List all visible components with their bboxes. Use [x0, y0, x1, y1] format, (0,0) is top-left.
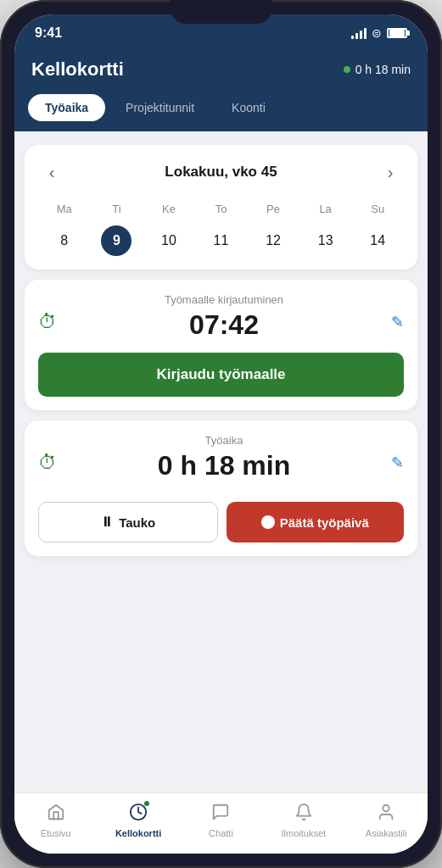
- app-title: Kellokortti: [31, 58, 124, 81]
- status-icons: ⊜: [351, 26, 407, 40]
- worksite-edit-icon[interactable]: ✎: [391, 313, 404, 331]
- wifi-icon: ⊜: [372, 26, 382, 40]
- cal-day-11[interactable]: 11: [195, 225, 248, 256]
- battery-icon: [387, 28, 407, 38]
- weekday-ti: Ti: [91, 199, 143, 219]
- bell-icon: [294, 803, 313, 826]
- status-time: 9:41: [35, 25, 62, 41]
- pause-label: Tauko: [119, 515, 155, 530]
- nav-kellokortti[interactable]: Kellokortti: [113, 803, 164, 838]
- calendar-title: Lokakuu, vko 45: [165, 164, 277, 181]
- tab-koonti[interactable]: Koonti: [215, 94, 283, 121]
- nav-etusivu[interactable]: Etusivu: [31, 803, 81, 838]
- nav-chatti[interactable]: Chatti: [195, 803, 246, 838]
- end-day-label: Päätä työpäivä: [280, 515, 369, 530]
- record-icon: [261, 515, 275, 529]
- bottom-nav: Etusivu Kellokortti Chatti Ilmoituks: [14, 793, 428, 854]
- cal-day-8[interactable]: 8: [38, 225, 91, 256]
- notch: [171, 0, 272, 24]
- signal-icon: [351, 28, 366, 39]
- worksite-clock-icon: ⏱: [38, 311, 57, 333]
- nav-ilmoitukset[interactable]: Ilmoitukset: [278, 803, 329, 838]
- weekday-ke: Ke: [143, 199, 195, 219]
- user-icon: [377, 803, 395, 826]
- weekday-pe: Pe: [247, 199, 299, 219]
- calendar-days: 8 9 10 11 12 13 14: [38, 225, 404, 256]
- home-icon: [47, 803, 65, 826]
- pause-button[interactable]: ⏸ Tauko: [38, 502, 218, 542]
- worksite-label: Työmaalle kirjautuminen: [57, 293, 391, 306]
- kellokortti-dot: [144, 801, 149, 806]
- calendar-prev-button[interactable]: ‹: [38, 159, 65, 186]
- tab-projektitunnit[interactable]: Projektitunnit: [109, 94, 211, 121]
- phone-screen: 9:41 ⊜ Kellokortti 0 h 18: [14, 14, 428, 854]
- cal-day-14[interactable]: 14: [351, 225, 404, 256]
- pause-icon: ⏸: [100, 515, 114, 530]
- nav-chatti-label: Chatti: [209, 828, 233, 838]
- tab-bar: Työaika Projektitunnit Koonti: [14, 94, 428, 131]
- worksite-card: ⏱ Työmaalle kirjautuminen 07:42 ✎ Kirjau…: [25, 280, 417, 410]
- cal-day-12[interactable]: 12: [247, 225, 299, 256]
- weekday-ma: Ma: [38, 199, 91, 219]
- worksite-time: 07:42: [57, 309, 391, 341]
- end-day-button[interactable]: Päätä työpäivä: [227, 502, 405, 542]
- worktime-edit-icon[interactable]: ✎: [391, 453, 404, 472]
- calendar-next-button[interactable]: ›: [377, 159, 404, 186]
- time-badge: 0 h 18 min: [344, 63, 411, 76]
- phone-frame: 9:41 ⊜ Kellokortti 0 h 18: [0, 0, 442, 868]
- worktime-card: ⏱ Työaika 0 h 18 min ✎ ⏸ Tauko Päätä työ…: [25, 420, 417, 556]
- check-in-button[interactable]: Kirjaudu työmaalle: [38, 353, 404, 397]
- cal-day-13[interactable]: 13: [299, 225, 352, 256]
- nav-ilmoitukset-label: Ilmoitukset: [282, 828, 327, 838]
- worktime-label: Työaika: [57, 434, 391, 447]
- weekday-la: La: [299, 199, 352, 219]
- tab-tyoaika[interactable]: Työaika: [28, 94, 105, 121]
- calendar-header: ‹ Lokakuu, vko 45 ›: [38, 159, 404, 186]
- cal-day-10[interactable]: 10: [143, 225, 195, 256]
- worktime-clock-icon: ⏱: [38, 452, 57, 474]
- nav-kellokortti-label: Kellokortti: [115, 828, 161, 838]
- worktime-duration: 0 h 18 min: [57, 450, 391, 481]
- weekday-su: Su: [351, 199, 404, 219]
- nav-asiakastili[interactable]: Asiakastili: [361, 803, 411, 838]
- nav-etusivu-label: Etusivu: [41, 828, 71, 838]
- active-dot: [344, 66, 350, 73]
- weekday-to: To: [195, 199, 248, 219]
- nav-asiakastili-label: Asiakastili: [366, 828, 407, 838]
- clock-nav-icon: [129, 803, 148, 826]
- svg-point-1: [383, 804, 389, 810]
- header-time: 0 h 18 min: [355, 63, 411, 76]
- app-header: Kellokortti 0 h 18 min: [14, 52, 428, 94]
- calendar-card: ‹ Lokakuu, vko 45 › Ma Ti Ke To Pe La Su…: [25, 145, 417, 270]
- action-row: ⏸ Tauko Päätä työpäivä: [38, 502, 404, 542]
- calendar-weekdays: Ma Ti Ke To Pe La Su: [38, 199, 404, 219]
- main-content: ‹ Lokakuu, vko 45 › Ma Ti Ke To Pe La Su…: [14, 131, 428, 793]
- cal-day-9[interactable]: 9: [101, 225, 131, 256]
- chat-icon: [211, 803, 230, 826]
